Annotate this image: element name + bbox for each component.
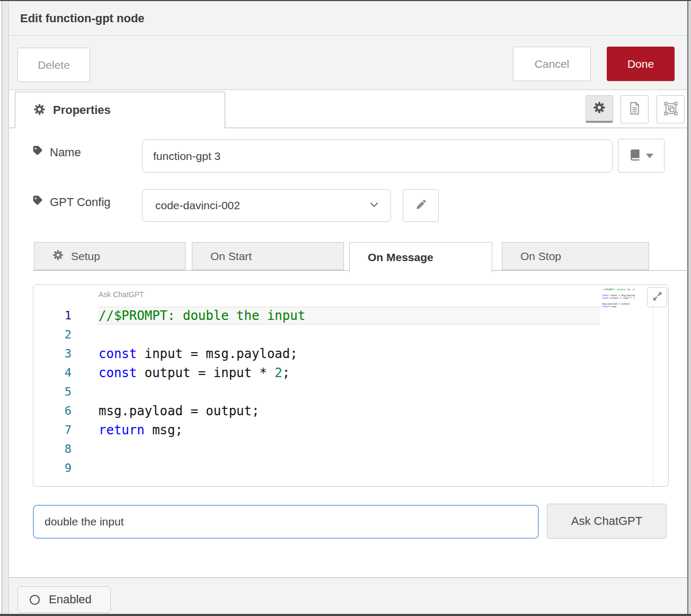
- node-enabled-toggle[interactable]: Enabled: [17, 586, 111, 613]
- dialog-panel: Edit function-gpt node Delete Cancel Don…: [10, 1, 687, 614]
- line-number: 3: [33, 344, 72, 363]
- properties-tab-strip: Properties: [10, 90, 687, 128]
- tab-on-message[interactable]: On Message: [349, 242, 492, 272]
- line-number: 8: [33, 440, 72, 459]
- group-selection-button[interactable]: [657, 95, 685, 123]
- gear-icon: [52, 249, 64, 263]
- gear-icon: [593, 101, 606, 116]
- tab-properties-label: Properties: [53, 103, 111, 117]
- cancel-button[interactable]: Cancel: [513, 47, 591, 81]
- line-number: 4: [33, 363, 72, 382]
- dialog-footer: Enabled: [10, 577, 687, 614]
- minimap-line: const output = input * 2;: [602, 297, 635, 299]
- code-line[interactable]: 5: [33, 382, 668, 401]
- page-title: Edit function-gpt node: [20, 1, 145, 36]
- document-icon: [627, 101, 642, 118]
- dialog-header: Edit function-gpt node: [10, 1, 687, 36]
- function-editor-tabs: SetupOn StartOn MessageOn Stop: [33, 242, 689, 271]
- done-button[interactable]: Done: [607, 47, 675, 81]
- tab-label: Setup: [71, 250, 100, 263]
- window-bottom-border: [0, 614, 691, 616]
- ask-chatgpt-button[interactable]: Ask ChatGPT: [547, 504, 667, 539]
- workspace-right-edge: [687, 1, 691, 614]
- book-icon: [629, 149, 641, 163]
- code-line[interactable]: 4const output = input * 2;: [33, 363, 668, 382]
- circle-icon: [30, 595, 40, 605]
- delete-button[interactable]: Delete: [17, 48, 90, 82]
- editor-scrollbar-rule: [653, 286, 653, 485]
- dialog-button-row: Delete Cancel Done: [10, 37, 687, 90]
- code-editor[interactable]: Ask ChatGPT 1//$PROMPT: double the input…: [33, 284, 669, 487]
- chevron-down-icon: [368, 199, 380, 213]
- line-number: 6: [33, 401, 72, 421]
- code-line[interactable]: 8: [33, 440, 668, 459]
- minimap-line: //$PROMPT: double the input: [602, 288, 635, 291]
- code-line[interactable]: 7return msg;: [33, 421, 668, 440]
- workspace-left-edge: [0, 1, 10, 614]
- code-text: const output = input * 2;: [99, 363, 290, 382]
- code-line[interactable]: 2: [33, 325, 668, 344]
- codelens-ask-chatgpt[interactable]: Ask ChatGPT: [99, 290, 144, 299]
- tab-setup[interactable]: Setup: [34, 242, 185, 270]
- code-text: const input = msg.payload;: [99, 344, 298, 363]
- tab-label: On Stop: [520, 250, 561, 263]
- expand-icon: [651, 290, 663, 305]
- gpt-config-field-label: GPT Config: [32, 195, 111, 209]
- name-suggestions-button[interactable]: [618, 139, 665, 173]
- line-number: 1: [33, 306, 72, 325]
- line-number: 2: [33, 325, 72, 344]
- tag-icon: [32, 145, 43, 159]
- prompt-input[interactable]: [33, 505, 539, 539]
- code-text: //$PROMPT: double the input: [99, 306, 305, 325]
- pencil-icon: [415, 199, 427, 212]
- name-field-label: Name: [32, 145, 81, 159]
- tab-on-start[interactable]: On Start: [192, 242, 344, 270]
- code-text: return msg;: [99, 421, 183, 440]
- name-input[interactable]: [142, 139, 613, 173]
- node-properties-view-button[interactable]: [586, 95, 613, 123]
- tab-label: On Message: [368, 251, 433, 264]
- tab-properties[interactable]: Properties: [15, 92, 225, 128]
- caret-down-icon: [646, 154, 653, 158]
- edit-node-dialog: Edit function-gpt node Delete Cancel Don…: [0, 0, 691, 616]
- gear-icon: [33, 103, 46, 118]
- tag-icon: [32, 195, 43, 209]
- node-description-view-button[interactable]: [621, 95, 649, 123]
- code-line[interactable]: 9: [33, 459, 668, 478]
- minimap-line: return msg;: [602, 305, 635, 308]
- line-number: 9: [33, 459, 72, 478]
- code-line[interactable]: 6msg.payload = output;: [33, 401, 668, 421]
- tab-label: On Start: [210, 250, 252, 263]
- editor-minimap[interactable]: //$PROMPT: double the input const input …: [602, 288, 635, 308]
- line-number: 5: [33, 382, 72, 401]
- line-number: 7: [33, 421, 72, 440]
- code-line[interactable]: 3const input = msg.payload;: [33, 344, 668, 363]
- code-text: msg.payload = output;: [99, 401, 259, 421]
- expand-editor-button[interactable]: [647, 287, 667, 307]
- group-selection-icon: [663, 101, 678, 118]
- code-line[interactable]: 1//$PROMPT: double the input: [33, 306, 668, 325]
- edit-gpt-config-button[interactable]: [403, 189, 439, 222]
- tab-on-stop[interactable]: On Stop: [502, 242, 649, 270]
- gpt-config-select[interactable]: code-davinci-002: [142, 189, 391, 222]
